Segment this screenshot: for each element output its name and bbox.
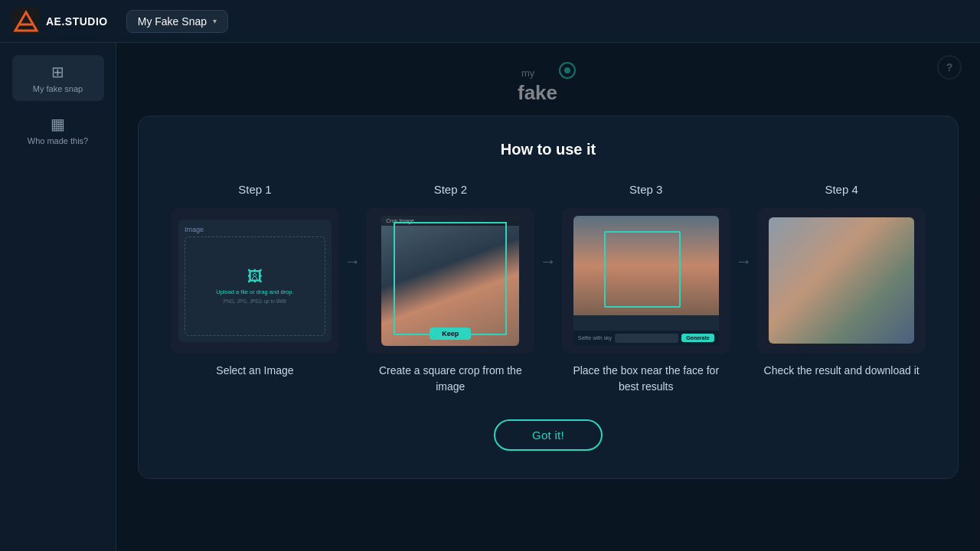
step-3-selection-box	[604, 231, 681, 308]
step-3-selfie-label: Selfie with sky	[578, 335, 612, 341]
got-it-row: Got it!	[169, 419, 927, 451]
sidebar-item-label-1: My fake snap	[33, 84, 83, 93]
step-1-mock-ui: Image 🖼 Upload a file or drag and drop. …	[178, 220, 332, 342]
step-1-upload-area[interactable]: 🖼 Upload a file or drag and drop. PNG, J…	[185, 236, 325, 336]
modal-title: How to use it	[169, 141, 927, 158]
ae-studio-logo-icon	[12, 8, 40, 35]
step-1-description: Select an Image	[216, 363, 293, 379]
grid-icon: ▦	[51, 115, 65, 133]
step-2-label: Step 2	[434, 183, 467, 196]
step-4-description: Check the result and download it	[764, 363, 920, 379]
sidebar-item-label-2: Who made this?	[28, 136, 88, 145]
step-1-image: Image 🖼 Upload a file or drag and drop. …	[171, 208, 339, 354]
step-2-keep-button: Keep	[430, 328, 471, 340]
step-2-mock-ui: Crop Image Keep	[381, 216, 519, 346]
sidebar: ⊞ My fake snap ▦ Who made this?	[0, 43, 116, 551]
modal-overlay: How to use it Step 1 Image 🖼 Upload a fi…	[116, 43, 980, 551]
arrow-1: →	[341, 183, 365, 272]
step-4-image	[757, 208, 926, 354]
got-it-button[interactable]: Got it!	[494, 419, 603, 451]
project-dropdown[interactable]: My Fake Snap ▾	[126, 10, 228, 33]
step-3-person-bg	[573, 216, 719, 315]
building-icon: ⊞	[51, 63, 64, 81]
step-3: Step 3 Using the crop box, please indica…	[560, 183, 731, 395]
app-header: AE.STUDIO My Fake Snap ▾	[0, 0, 980, 43]
step-3-input	[615, 334, 678, 343]
step-4-mock-ui	[769, 217, 914, 344]
steps-row: Step 1 Image 🖼 Upload a file or drag and…	[169, 183, 927, 395]
step-3-generate-btn: Generate	[681, 334, 714, 342]
arrow-3: →	[731, 183, 756, 272]
ae-studio-text: AE.STUDIO	[46, 15, 108, 28]
upload-text: Upload a file or drag and drop.	[216, 289, 293, 295]
step-3-image: Using the crop box, please indicate wher…	[562, 208, 730, 354]
step-4: Step 4 Check the result and download it	[756, 183, 926, 379]
step-3-mock-ui: Using the crop box, please indicate wher…	[573, 216, 719, 346]
upload-icon: 🖼	[247, 268, 263, 285]
upload-sub: PNG, JPG, JPEG up to 8MB	[224, 298, 286, 304]
arrow-2: →	[536, 183, 560, 272]
sidebar-item-my-fake-snap[interactable]: ⊞ My fake snap	[12, 55, 104, 101]
step-2-crop-box	[394, 222, 507, 335]
logo-area: AE.STUDIO	[12, 8, 108, 35]
step-2: Step 2 Crop Image Keep Create a square c…	[365, 183, 536, 395]
chevron-down-icon: ▾	[213, 17, 217, 25]
step-1-label: Step 1	[238, 183, 271, 196]
project-name: My Fake Snap	[138, 15, 207, 28]
step-1: Step 1 Image 🖼 Upload a file or drag and…	[169, 183, 340, 379]
step-1-mock-label: Image	[185, 226, 325, 233]
step-3-description: Place the box near the face for best res…	[562, 363, 730, 395]
sidebar-item-who-made-this[interactable]: ▦ Who made this?	[12, 107, 104, 153]
step-4-label: Step 4	[825, 183, 858, 196]
step-2-description: Create a square crop from the image	[366, 363, 534, 395]
main-content: my fake ? How to use it Step 1 Image 🖼	[116, 43, 980, 551]
step-3-label: Step 3	[629, 183, 662, 196]
how-to-use-modal: How to use it Step 1 Image 🖼 Upload a fi…	[138, 116, 959, 479]
step-3-controls: Selfie with sky Generate	[573, 331, 719, 346]
step-2-image: Crop Image Keep	[366, 208, 534, 354]
